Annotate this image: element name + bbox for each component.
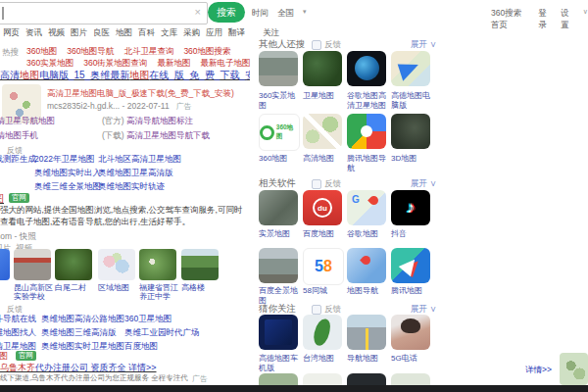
ad-result-title[interactable]: 高清地图电脑版_15_奥维最新地图在线_版_免_费_下载_安装...: [0, 69, 250, 82]
related-link[interactable]: 北斗导航在线: [0, 314, 36, 325]
login-link[interactable]: 登录: [538, 8, 552, 31]
app-caption[interactable]: 高清地图: [303, 154, 342, 164]
app-caption[interactable]: 360实景地图: [259, 91, 298, 110]
related-link[interactable]: 奥维工业园时代广场: [124, 327, 200, 339]
image-caption[interactable]: 福建省晋江养正中学: [139, 283, 178, 301]
navigation-arrow-icon[interactable]: [391, 248, 430, 283]
tab-image[interactable]: 图片: [71, 27, 87, 39]
related-link[interactable]: 奥维地图实时出入: [34, 168, 101, 179]
app-caption[interactable]: 谷歌地图高清卫星地图: [347, 91, 386, 110]
related-link[interactable]: 奥维地图实时卫星地图: [41, 341, 124, 353]
360-map-logo-icon[interactable]: 360地图: [259, 114, 300, 151]
image-thumbnail[interactable]: [98, 249, 135, 280]
related-link[interactable]: 奥维地图三维高清版: [41, 327, 117, 339]
city-map-icon[interactable]: [303, 114, 342, 149]
street-view-icon[interactable]: [259, 51, 298, 86]
image-caption[interactable]: 昆山高新区实验学校: [14, 283, 53, 301]
related-link[interactable]: 北斗地区高清卫星地图: [98, 154, 181, 166]
app-card[interactable]: 实景地图: [259, 190, 300, 225]
app-caption[interactable]: 3D地图: [391, 154, 430, 164]
tab-translate[interactable]: 翻译: [228, 27, 245, 39]
ad2-more-link[interactable]: 详情>>: [525, 365, 552, 376]
hot-link[interactable]: 360地图: [26, 46, 57, 58]
paper-plane-icon[interactable]: [391, 51, 430, 86]
tab-doctor[interactable]: 良医: [93, 27, 110, 39]
street-photo-icon[interactable]: [259, 248, 298, 283]
hot-link[interactable]: 360地图搜索: [183, 46, 230, 58]
app-card[interactable]: 高德地图电脑版: [391, 51, 432, 86]
tab-news[interactable]: 资讯: [25, 27, 42, 39]
app-caption[interactable]: 360地图: [259, 154, 298, 164]
image-thumbnail[interactable]: [139, 249, 176, 280]
app-caption[interactable]: 58同城: [303, 286, 342, 296]
app-card[interactable]: 地图导航: [347, 248, 388, 283]
search-input[interactable]: [5, 5, 183, 22]
related-link[interactable]: 奥维三维全景地图: [34, 181, 101, 193]
expand-button[interactable]: 展开 ∨: [411, 39, 436, 51]
app-card[interactable]: 腾讯地图: [391, 248, 432, 283]
app-card[interactable]: 360地图 360地图: [259, 114, 300, 151]
map-pinwheel-icon[interactable]: [347, 114, 386, 149]
ad-sublink[interactable]: 高清地图手机: [0, 130, 38, 142]
app-caption[interactable]: 台湾地图: [303, 354, 342, 364]
app-card[interactable]: 3D地图: [391, 114, 432, 149]
app-card[interactable]: 58 58同城: [303, 248, 344, 285]
tab-caigou[interactable]: 采购: [183, 27, 200, 39]
tab-map[interactable]: 地图: [116, 27, 132, 39]
ad-sublink[interactable]: 高清卫星导航地图: [0, 116, 55, 127]
related-link[interactable]: 奥维地图卫星高清版: [98, 168, 173, 179]
filter-region[interactable]: 全国: [277, 8, 294, 20]
map-pin-icon[interactable]: [347, 248, 386, 283]
image-thumbnail[interactable]: [14, 249, 51, 280]
app-caption[interactable]: 卫星地图: [303, 91, 342, 101]
tab-app[interactable]: 应用: [206, 27, 222, 39]
app-card[interactable]: 百度全景地图: [259, 248, 300, 283]
related-link[interactable]: 在线测距生成: [0, 154, 36, 166]
app-card[interactable]: 高清地图: [303, 114, 344, 149]
organic-result-title[interactable]: 百度地图: [0, 192, 4, 206]
ad-result-subtitle[interactable]: 高清卫星地图电脑_版_极速下载(免_费_下载_安装): [47, 88, 248, 100]
clear-icon[interactable]: ×: [195, 6, 201, 18]
app-caption[interactable]: 高德地图车机版: [259, 354, 298, 372]
settings-link[interactable]: 设置: [561, 8, 574, 31]
app-card[interactable]: 台湾地图: [303, 315, 344, 350]
satellite-map-icon[interactable]: [303, 51, 342, 86]
app-caption[interactable]: 腾讯地图导航: [347, 154, 386, 172]
app-caption[interactable]: 百度地图: [303, 229, 342, 239]
related-link[interactable]: 百度地图: [124, 341, 158, 353]
app-caption[interactable]: 实景地图: [259, 229, 298, 239]
tab-wenku[interactable]: 文库: [161, 27, 177, 39]
section-feedback[interactable]: 反馈: [312, 39, 341, 51]
image-thumbnail[interactable]: [0, 249, 10, 280]
app-card[interactable]: 卫星地图: [303, 51, 344, 86]
earth-globe-icon[interactable]: [347, 51, 386, 86]
related-link[interactable]: 奥维地图实时轨迹: [98, 181, 165, 193]
taiwan-map-icon[interactable]: [303, 315, 342, 350]
ad-sublink[interactable]: 高清卫星地图导航下载: [126, 130, 210, 140]
ad-sublink[interactable]: 高清导航地图标注: [126, 116, 193, 125]
image-caption[interactable]: 白尾二村: [55, 283, 94, 292]
hot-link[interactable]: 360地图导航: [67, 46, 114, 58]
app-card[interactable]: 腾讯地图导航: [347, 114, 388, 149]
58-tongcheng-icon[interactable]: 58: [303, 248, 344, 285]
search-box[interactable]: ×: [0, 2, 208, 24]
expand-button[interactable]: 展开 ∨: [411, 178, 436, 190]
portrait-photo-icon[interactable]: [391, 315, 430, 350]
app-caption[interactable]: 导航地图: [347, 354, 386, 364]
app-card[interactable]: G 谷歌地图: [347, 190, 388, 225]
related-link[interactable]: 三维地图找人: [0, 327, 36, 339]
tab-baike[interactable]: 百科: [138, 27, 155, 39]
ad2-thumbnail[interactable]: [560, 353, 588, 385]
image-caption[interactable]: 高格楼: [181, 283, 220, 292]
baidu-maps-icon[interactable]: du: [303, 190, 342, 225]
image-thumbnail[interactable]: [181, 249, 219, 280]
app-card[interactable]: du 百度地图: [303, 190, 344, 225]
tab-webpage[interactable]: 网页: [3, 27, 20, 39]
hot-link[interactable]: 北斗卫星查询: [123, 46, 173, 58]
related-link[interactable]: 奥维地图高清公路地图: [41, 314, 124, 325]
app-caption[interactable]: 5G电话: [391, 354, 430, 364]
related-link[interactable]: 360卫星地图: [124, 314, 172, 325]
app-caption[interactable]: 抖音: [391, 229, 430, 239]
home-link[interactable]: 360搜索首页: [491, 8, 529, 31]
app-caption[interactable]: 高德地图电脑版: [391, 91, 430, 110]
